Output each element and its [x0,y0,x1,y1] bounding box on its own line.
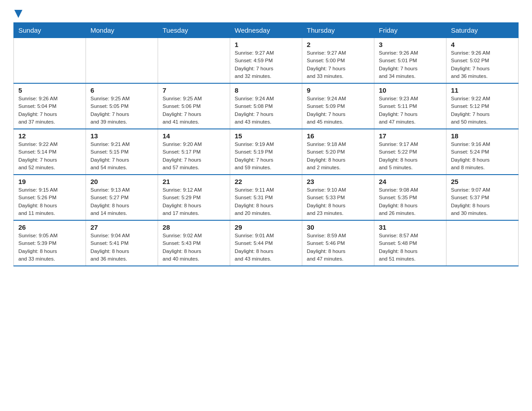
weekday-header-row: SundayMondayTuesdayWednesdayThursdayFrid… [14,23,519,38]
day-number: 29 [235,223,297,231]
weekday-header-tuesday: Tuesday [158,23,230,38]
day-info: Sunrise: 9:25 AM Sunset: 5:05 PM Dayligh… [90,95,153,126]
day-number: 4 [451,41,514,48]
day-number: 25 [451,178,514,185]
day-info: Sunrise: 9:10 AM Sunset: 5:33 PM Dayligh… [307,186,369,217]
logo [13,9,22,18]
calendar-cell: 22Sunrise: 9:11 AM Sunset: 5:31 PM Dayli… [230,175,302,220]
day-info: Sunrise: 9:24 AM Sunset: 5:08 PM Dayligh… [235,95,297,126]
day-info: Sunrise: 9:22 AM Sunset: 5:14 PM Dayligh… [18,141,81,171]
calendar-cell: 7Sunrise: 9:25 AM Sunset: 5:06 PM Daylig… [158,83,230,129]
day-info: Sunrise: 9:24 AM Sunset: 5:09 PM Dayligh… [307,95,369,126]
calendar-cell: 18Sunrise: 9:16 AM Sunset: 5:24 PM Dayli… [446,129,519,175]
day-info: Sunrise: 9:01 AM Sunset: 5:44 PM Dayligh… [235,232,297,263]
calendar-cell: 9Sunrise: 9:24 AM Sunset: 5:09 PM Daylig… [302,83,374,129]
day-number: 21 [163,178,225,185]
calendar-table: SundayMondayTuesdayWednesdayThursdayFrid… [13,22,519,266]
day-number: 14 [163,132,225,140]
day-number: 19 [18,178,81,185]
day-number: 18 [451,132,514,140]
calendar-cell: 5Sunrise: 9:26 AM Sunset: 5:04 PM Daylig… [14,83,86,129]
day-number: 12 [18,132,81,140]
calendar-cell: 14Sunrise: 9:20 AM Sunset: 5:17 PM Dayli… [158,129,230,175]
day-number: 26 [18,223,81,231]
day-info: Sunrise: 9:27 AM Sunset: 4:59 PM Dayligh… [235,49,297,80]
day-number: 30 [307,223,369,231]
day-number: 22 [235,178,297,185]
day-number: 10 [379,86,442,94]
day-number: 28 [163,223,225,231]
day-number: 3 [379,41,442,48]
day-number: 1 [235,41,297,48]
calendar-cell: 15Sunrise: 9:19 AM Sunset: 5:19 PM Dayli… [230,129,302,175]
day-info: Sunrise: 9:17 AM Sunset: 5:22 PM Dayligh… [379,141,442,171]
calendar-cell: 27Sunrise: 9:04 AM Sunset: 5:41 PM Dayli… [86,220,158,266]
week-row-5: 26Sunrise: 9:05 AM Sunset: 5:39 PM Dayli… [14,220,519,266]
calendar-cell: 20Sunrise: 9:13 AM Sunset: 5:27 PM Dayli… [86,175,158,220]
day-info: Sunrise: 8:57 AM Sunset: 5:48 PM Dayligh… [379,232,442,263]
weekday-header-wednesday: Wednesday [230,23,302,38]
calendar-cell [14,38,86,84]
calendar-cell: 30Sunrise: 8:59 AM Sunset: 5:46 PM Dayli… [302,220,374,266]
day-number: 7 [163,86,225,94]
day-info: Sunrise: 9:02 AM Sunset: 5:43 PM Dayligh… [163,232,225,263]
day-info: Sunrise: 9:12 AM Sunset: 5:29 PM Dayligh… [163,186,225,217]
day-number: 5 [18,86,81,94]
day-info: Sunrise: 9:26 AM Sunset: 5:02 PM Dayligh… [451,49,514,80]
day-info: Sunrise: 9:23 AM Sunset: 5:11 PM Dayligh… [379,95,442,126]
day-info: Sunrise: 9:18 AM Sunset: 5:20 PM Dayligh… [307,141,369,171]
day-info: Sunrise: 9:25 AM Sunset: 5:06 PM Dayligh… [163,95,225,126]
svg-marker-0 [14,10,22,18]
calendar-cell [86,38,158,84]
day-info: Sunrise: 9:15 AM Sunset: 5:26 PM Dayligh… [18,186,81,217]
calendar-cell: 23Sunrise: 9:10 AM Sunset: 5:33 PM Dayli… [302,175,374,220]
day-number: 27 [90,223,153,231]
day-info: Sunrise: 9:27 AM Sunset: 5:00 PM Dayligh… [307,49,369,80]
day-info: Sunrise: 9:22 AM Sunset: 5:12 PM Dayligh… [451,95,514,126]
page-header [13,9,519,18]
calendar-cell: 24Sunrise: 9:08 AM Sunset: 5:35 PM Dayli… [374,175,446,220]
day-info: Sunrise: 9:08 AM Sunset: 5:35 PM Dayligh… [379,186,442,217]
day-info: Sunrise: 9:26 AM Sunset: 5:01 PM Dayligh… [379,49,442,80]
calendar-cell [158,38,230,84]
week-row-4: 19Sunrise: 9:15 AM Sunset: 5:26 PM Dayli… [14,175,519,220]
day-number: 13 [90,132,153,140]
calendar-cell: 12Sunrise: 9:22 AM Sunset: 5:14 PM Dayli… [14,129,86,175]
calendar-cell: 19Sunrise: 9:15 AM Sunset: 5:26 PM Dayli… [14,175,86,220]
calendar-cell: 17Sunrise: 9:17 AM Sunset: 5:22 PM Dayli… [374,129,446,175]
day-number: 9 [307,86,369,94]
calendar-cell: 8Sunrise: 9:24 AM Sunset: 5:08 PM Daylig… [230,83,302,129]
day-number: 2 [307,41,369,48]
calendar-cell: 28Sunrise: 9:02 AM Sunset: 5:43 PM Dayli… [158,220,230,266]
day-info: Sunrise: 9:26 AM Sunset: 5:04 PM Dayligh… [18,95,81,126]
day-number: 17 [379,132,442,140]
day-number: 6 [90,86,153,94]
calendar-cell: 4Sunrise: 9:26 AM Sunset: 5:02 PM Daylig… [446,38,519,84]
calendar-cell: 25Sunrise: 9:07 AM Sunset: 5:37 PM Dayli… [446,175,519,220]
calendar-cell: 2Sunrise: 9:27 AM Sunset: 5:00 PM Daylig… [302,38,374,84]
calendar-cell: 6Sunrise: 9:25 AM Sunset: 5:05 PM Daylig… [86,83,158,129]
day-info: Sunrise: 9:20 AM Sunset: 5:17 PM Dayligh… [163,141,225,171]
day-info: Sunrise: 9:21 AM Sunset: 5:15 PM Dayligh… [90,141,153,171]
day-info: Sunrise: 9:19 AM Sunset: 5:19 PM Dayligh… [235,141,297,171]
day-info: Sunrise: 9:11 AM Sunset: 5:31 PM Dayligh… [235,186,297,217]
day-number: 31 [379,223,442,231]
week-row-2: 5Sunrise: 9:26 AM Sunset: 5:04 PM Daylig… [14,83,519,129]
day-number: 16 [307,132,369,140]
day-info: Sunrise: 9:13 AM Sunset: 5:27 PM Dayligh… [90,186,153,217]
calendar-cell: 11Sunrise: 9:22 AM Sunset: 5:12 PM Dayli… [446,83,519,129]
day-info: Sunrise: 9:07 AM Sunset: 5:37 PM Dayligh… [451,186,514,217]
day-info: Sunrise: 9:16 AM Sunset: 5:24 PM Dayligh… [451,141,514,171]
day-info: Sunrise: 8:59 AM Sunset: 5:46 PM Dayligh… [307,232,369,263]
weekday-header-sunday: Sunday [14,23,86,38]
calendar-cell [446,220,519,266]
day-number: 15 [235,132,297,140]
day-number: 23 [307,178,369,185]
logo-triangle-icon [14,10,22,18]
calendar-cell: 1Sunrise: 9:27 AM Sunset: 4:59 PM Daylig… [230,38,302,84]
day-number: 20 [90,178,153,185]
day-info: Sunrise: 9:05 AM Sunset: 5:39 PM Dayligh… [18,232,81,263]
week-row-3: 12Sunrise: 9:22 AM Sunset: 5:14 PM Dayli… [14,129,519,175]
weekday-header-thursday: Thursday [302,23,374,38]
calendar-cell: 3Sunrise: 9:26 AM Sunset: 5:01 PM Daylig… [374,38,446,84]
